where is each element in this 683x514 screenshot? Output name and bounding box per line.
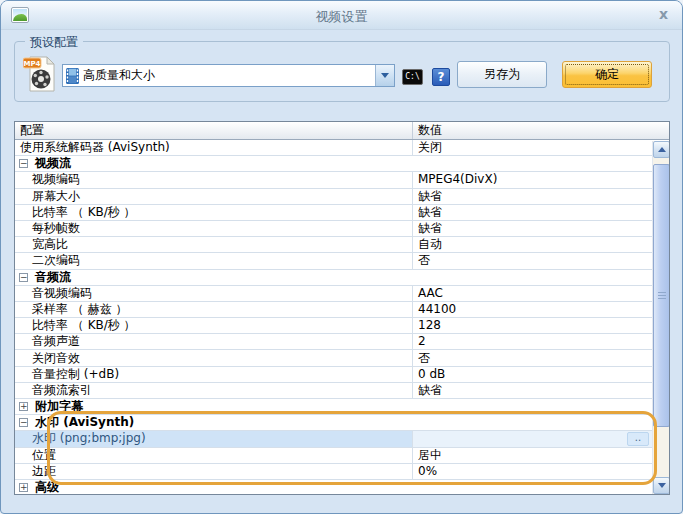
table-row[interactable]: 视频编码MPEG4(DivX) <box>15 172 669 188</box>
row-value-cell: 自动 <box>413 237 669 252</box>
combo-dropdown-button[interactable] <box>375 65 394 86</box>
row-label: 关闭音效 <box>32 351 80 366</box>
row-value-cell: 0% <box>413 464 669 479</box>
table-row[interactable]: 宽高比自动 <box>15 237 669 253</box>
close-icon[interactable]: x <box>659 6 668 22</box>
collapse-icon[interactable]: − <box>19 159 28 168</box>
row-label: 比特率 （ KB/秒 ） <box>32 318 136 333</box>
column-header-value[interactable]: 数值 <box>413 122 669 139</box>
row-value: 缺省 <box>418 205 442 220</box>
table-header: 配置 数值 <box>15 122 669 140</box>
scrollbar-thumb[interactable] <box>653 164 670 427</box>
table-row[interactable]: 采样率 （ 赫兹 ）44100 <box>15 302 669 318</box>
row-label-cell: −音频流 <box>15 270 669 285</box>
row-label: 采样率 （ 赫兹 ） <box>32 302 127 317</box>
row-label-cell: 屏幕大小 <box>15 189 413 204</box>
row-value: 2 <box>418 334 426 349</box>
help-button[interactable]: ? <box>432 68 450 86</box>
row-label: 音视频编码 <box>32 286 92 301</box>
table-row[interactable]: 关闭音效否 <box>15 350 669 366</box>
table-row[interactable]: 水印 (png;bmp;jpg).. <box>15 431 669 447</box>
table-row[interactable]: 音频流索引缺省 <box>15 383 669 399</box>
save-as-button[interactable]: 另存为 <box>457 61 547 88</box>
preset-groupbox: 预设配置 MP4 高质量和大小 <box>14 41 670 102</box>
table-row[interactable]: 音频声道2 <box>15 334 669 350</box>
column-header-config[interactable]: 配置 <box>15 122 413 139</box>
table-row[interactable]: 音量控制 (+dB)0 dB <box>15 367 669 383</box>
row-label-cell: 边距 <box>15 464 413 479</box>
table-row[interactable]: 音视频编码AAC <box>15 286 669 302</box>
preset-combobox[interactable]: 高质量和大小 <box>62 64 395 87</box>
window-title: 视频设置 <box>1 8 682 26</box>
table-row[interactable]: 位置居中 <box>15 448 669 464</box>
row-label: 音频声道 <box>32 334 80 349</box>
ok-button-label: 确定 <box>595 67 619 81</box>
table-row[interactable]: 边距0% <box>15 464 669 480</box>
row-label: 视频编码 <box>32 172 80 187</box>
row-value-cell: 2 <box>413 334 669 349</box>
row-label-cell: 位置 <box>15 448 413 463</box>
row-value-cell: 否 <box>413 253 669 268</box>
row-value-cell: 居中 <box>413 448 669 463</box>
scroll-up-button[interactable] <box>653 141 670 158</box>
row-value-cell: 44100 <box>413 302 669 317</box>
row-value-cell: 缺省 <box>413 189 669 204</box>
row-value: 0 dB <box>418 367 445 382</box>
row-value-cell: 缺省 <box>413 383 669 398</box>
row-value: 否 <box>418 253 430 268</box>
table-row[interactable]: 屏幕大小缺省 <box>15 189 669 205</box>
row-value: 关闭 <box>418 140 442 155</box>
row-label-cell: 每秒帧数 <box>15 221 413 236</box>
row-label: 音量控制 (+dB) <box>32 367 119 382</box>
tree-section-row[interactable]: −水印 (AviSynth) <box>15 415 669 431</box>
preset-group-label: 预设配置 <box>25 34 83 51</box>
collapse-icon[interactable]: − <box>19 273 28 282</box>
row-label: 水印 (png;bmp;jpg) <box>32 431 146 446</box>
browse-button[interactable]: .. <box>627 432 649 446</box>
row-label-cell: 比特率 （ KB/秒 ） <box>15 205 413 220</box>
row-label-cell: 比特率 （ KB/秒 ） <box>15 318 413 333</box>
row-value-cell: 缺省 <box>413 221 669 236</box>
ok-button[interactable]: 确定 <box>562 61 652 88</box>
row-label: 比特率 （ KB/秒 ） <box>32 205 136 220</box>
table-row[interactable]: 每秒帧数缺省 <box>15 221 669 237</box>
video-settings-dialog: 视频设置 x 预设配置 MP4 <box>0 0 683 514</box>
chevron-down-icon <box>658 483 666 488</box>
row-value: MPEG4(DivX) <box>418 172 497 187</box>
row-value: 否 <box>418 351 430 366</box>
row-label-cell: 音频声道 <box>15 334 413 349</box>
row-label-cell: 宽高比 <box>15 237 413 252</box>
table-row[interactable]: 比特率 （ KB/秒 ）缺省 <box>15 205 669 221</box>
row-value: 自动 <box>418 237 442 252</box>
row-label-cell: −视频流 <box>15 156 669 171</box>
row-label-cell: 二次编码 <box>15 253 413 268</box>
expand-icon[interactable]: + <box>19 402 28 411</box>
row-value: 128 <box>418 318 441 333</box>
row-label: 音频流 <box>35 270 71 285</box>
row-label-cell: +附加字幕 <box>15 399 669 414</box>
row-label: 宽高比 <box>32 237 68 252</box>
row-value-cell: 否 <box>413 350 669 365</box>
mp4-badge-text: MP4 <box>24 60 41 68</box>
tree-section-row[interactable]: +高级 <box>15 480 669 495</box>
table-row[interactable]: 使用系统解码器 (AviSynth)关闭 <box>15 140 669 156</box>
command-line-button[interactable]: C:\ <box>402 69 423 85</box>
collapse-icon[interactable]: − <box>19 418 28 427</box>
tree-section-row[interactable]: −视频流 <box>15 156 669 172</box>
tree-section-row[interactable]: −音频流 <box>15 270 669 286</box>
scroll-down-button[interactable] <box>653 477 670 494</box>
row-label: 高级 <box>35 480 59 495</box>
row-label: 使用系统解码器 (AviSynth) <box>20 140 170 155</box>
row-label: 位置 <box>32 448 56 463</box>
row-value-cell: 关闭 <box>413 140 669 155</box>
tree-section-row[interactable]: +附加字幕 <box>15 399 669 415</box>
row-value: 缺省 <box>418 221 442 236</box>
row-label-cell: 使用系统解码器 (AviSynth) <box>15 140 413 155</box>
expand-icon[interactable]: + <box>19 483 28 492</box>
row-label-cell: 音量控制 (+dB) <box>15 367 413 382</box>
preset-combo-value: 高质量和大小 <box>83 67 155 84</box>
table-row[interactable]: 比特率 （ KB/秒 ）128 <box>15 318 669 334</box>
table-row[interactable]: 二次编码否 <box>15 253 669 269</box>
row-label: 视频流 <box>35 156 71 171</box>
vertical-scrollbar[interactable] <box>652 141 669 494</box>
